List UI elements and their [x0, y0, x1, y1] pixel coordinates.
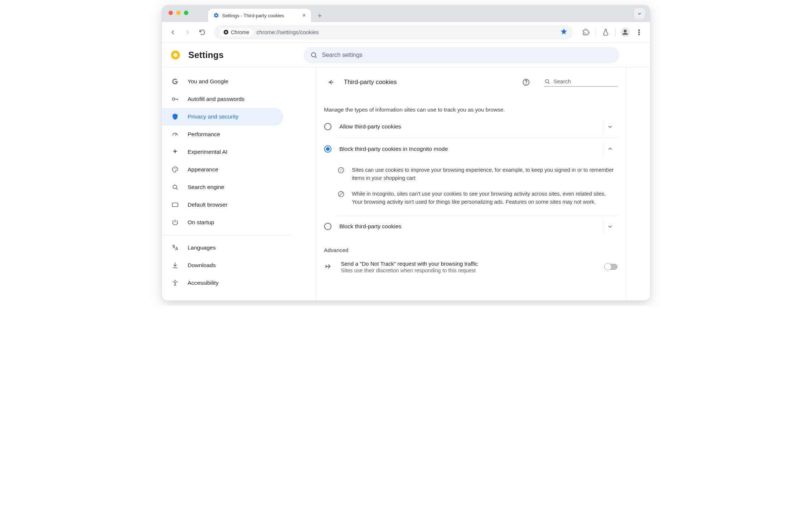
sidebar-item-downloads[interactable]: Downloads	[162, 257, 283, 274]
svg-point-23	[342, 171, 342, 171]
search-settings-input[interactable]: Search settings	[304, 47, 619, 63]
sidebar-separator	[162, 235, 291, 235]
new-tab-button[interactable]: ＋	[315, 10, 325, 21]
svg-point-10	[174, 168, 174, 169]
svg-point-18	[545, 79, 548, 83]
cookie-option-block-all[interactable]: Block third-party cookies	[316, 215, 626, 237]
accessibility-icon	[171, 279, 179, 287]
download-icon	[171, 262, 179, 269]
panel-search-input[interactable]: Search	[544, 78, 617, 87]
detail-text: Sites can use cookies to improve your br…	[352, 166, 617, 182]
help-button[interactable]	[520, 76, 532, 88]
option-label: Block third-party cookies in Incognito m…	[340, 146, 595, 152]
svg-point-1	[225, 31, 227, 33]
sidebar-item-accessibility[interactable]: Accessibility	[162, 274, 283, 292]
chrome-logo-icon	[171, 50, 180, 60]
search-icon	[544, 78, 551, 85]
sidebar-item-search-engine[interactable]: Search engine	[162, 178, 283, 196]
option-label: Block third-party cookies	[340, 223, 595, 230]
cookie-option-block-incognito[interactable]: Block third-party cookies in Incognito m…	[316, 138, 626, 160]
palette-icon	[171, 166, 179, 173]
address-bar-url: chrome://settings/cookies	[257, 29, 557, 35]
svg-point-22	[340, 171, 341, 172]
reload-button[interactable]	[196, 26, 209, 39]
svg-point-5	[639, 34, 640, 35]
labs-button[interactable]	[599, 26, 612, 39]
radio-button[interactable]	[324, 123, 331, 130]
settings-sidebar: You and Google Autofill and passwords Pr…	[162, 68, 291, 301]
sidebar-item-default-browser[interactable]: Default browser	[162, 196, 283, 214]
svg-point-9	[173, 98, 175, 101]
tab-search-button[interactable]	[634, 8, 645, 19]
chrome-icon	[223, 29, 229, 35]
settings-header: Settings Search settings	[162, 43, 650, 68]
setting-label: Send a "Do Not Track" request with your …	[341, 261, 595, 267]
sidebar-item-label: You and Google	[188, 78, 228, 85]
svg-point-15	[174, 280, 175, 281]
search-icon	[310, 51, 318, 59]
extensions-button[interactable]	[580, 26, 593, 39]
sidebar-item-on-startup[interactable]: On startup	[162, 214, 283, 231]
avatar-icon	[620, 28, 630, 37]
panel-back-button[interactable]	[324, 76, 337, 89]
cookie-option-allow[interactable]: Allow third-party cookies	[316, 116, 626, 138]
browser-tab[interactable]: Settings - Third-party cookies ×	[208, 9, 311, 22]
collapse-button[interactable]	[603, 142, 617, 156]
sparkle-icon	[171, 148, 179, 156]
panel-search-placeholder: Search	[554, 78, 571, 84]
bookmark-star-icon[interactable]	[560, 28, 568, 36]
sidebar-item-privacy[interactable]: Privacy and security	[162, 108, 283, 126]
svg-rect-14	[173, 203, 178, 207]
browser-window-icon	[171, 201, 179, 208]
detail-text: While in Incognito, sites can't use your…	[352, 190, 617, 206]
tab-title: Settings - Third-party cookies	[222, 13, 299, 18]
sidebar-item-performance[interactable]: Performance	[162, 126, 283, 143]
browser-toolbar: Chrome chrome://settings/cookies	[162, 22, 650, 43]
svg-point-4	[639, 32, 640, 33]
tab-close-button[interactable]: ×	[302, 12, 307, 19]
sidebar-item-you-and-google[interactable]: You and Google	[162, 73, 283, 90]
address-bar[interactable]: Chrome chrome://settings/cookies	[214, 25, 573, 39]
setting-sublabel: Sites use their discretion when respondi…	[341, 268, 595, 273]
dnt-toggle[interactable]	[604, 264, 617, 270]
do-not-track-setting[interactable]: Send a "Do Not Track" request with your …	[316, 255, 626, 279]
sidebar-item-autofill[interactable]: Autofill and passwords	[162, 90, 283, 108]
radio-button[interactable]	[324, 145, 331, 153]
svg-point-19	[338, 168, 344, 173]
radio-button[interactable]	[324, 223, 331, 230]
expand-button[interactable]	[603, 119, 617, 134]
settings-title: Settings	[188, 50, 224, 60]
option-details: Sites can use cookies to improve your br…	[316, 160, 626, 215]
panel-intro-text: Manage the types of information sites ca…	[316, 92, 626, 116]
section-heading-advanced: Advanced	[316, 237, 626, 255]
nav-forward-button[interactable]	[181, 26, 194, 39]
panel-title: Third-party cookies	[344, 79, 397, 86]
window-titlebar: Settings - Third-party cookies × ＋	[162, 5, 650, 22]
window-close-button[interactable]	[168, 11, 173, 15]
sidebar-item-experimental-ai[interactable]: Experimental AI	[162, 143, 283, 161]
expand-button[interactable]	[603, 219, 617, 234]
svg-point-13	[173, 185, 177, 189]
chrome-menu-button[interactable]	[632, 26, 646, 39]
svg-point-2	[624, 30, 627, 32]
sidebar-item-appearance[interactable]: Appearance	[162, 161, 283, 178]
site-chip-label: Chrome	[231, 29, 249, 35]
sidebar-item-label: Autofill and passwords	[188, 96, 244, 102]
separator	[615, 28, 616, 36]
sidebar-item-label: Accessibility	[188, 280, 218, 286]
sidebar-item-label: Appearance	[188, 166, 218, 173]
google-g-icon	[171, 78, 179, 85]
svg-point-7	[174, 53, 178, 57]
sidebar-item-label: Experimental AI	[188, 149, 228, 155]
window-fullscreen-button[interactable]	[184, 11, 188, 15]
option-label: Allow third-party cookies	[340, 123, 595, 130]
sidebar-item-label: Search engine	[188, 184, 224, 190]
profile-button[interactable]	[619, 26, 632, 39]
sidebar-item-languages[interactable]: Languages	[162, 239, 283, 257]
nav-back-button[interactable]	[166, 26, 180, 39]
svg-point-17	[525, 84, 526, 84]
window-minimize-button[interactable]	[176, 11, 181, 15]
settings-panel: Third-party cookies Search Manage the ty…	[316, 68, 626, 301]
svg-point-8	[311, 52, 316, 57]
site-chip[interactable]: Chrome	[220, 28, 253, 36]
